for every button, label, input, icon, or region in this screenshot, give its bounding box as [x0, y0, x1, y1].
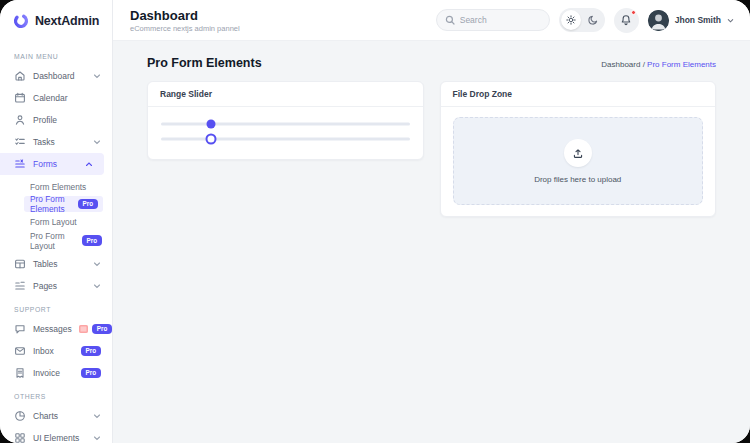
sidebar-item-label: Inbox [33, 346, 54, 356]
range-slider-thumb-ring[interactable] [205, 133, 216, 144]
sidebar-item-label: Calendar [33, 93, 68, 103]
submenu-item-label: Form Elements [30, 182, 86, 192]
file-drop-zone-card-title: File Drop Zone [441, 82, 716, 107]
user-menu[interactable]: Jhon Smith [648, 10, 734, 31]
theme-toggle [559, 8, 605, 32]
submenu-item-label: Pro Form Layout [30, 231, 82, 251]
messages-unread-badge [79, 325, 88, 333]
header-subtitle: eCommerce nextjs admin pannel [130, 24, 240, 33]
breadcrumb: Dashboard / Pro Form Elements [601, 60, 716, 69]
header-titles: Dashboard eCommerce nextjs admin pannel [130, 8, 240, 33]
user-icon [14, 114, 26, 126]
avatar [648, 10, 669, 31]
sidebar-item-label: UI Elements [33, 433, 79, 443]
chevron-up-icon [85, 160, 93, 168]
sidebar-item-label: Tasks [33, 137, 55, 147]
submenu-item-pro-form-elements[interactable]: Pro Form Elements Pro [24, 196, 103, 212]
submenu-item-form-layout[interactable]: Form Layout [0, 212, 112, 231]
file-dropzone[interactable]: Drop files here to upload [453, 117, 704, 205]
grid-icon [14, 432, 26, 443]
chevron-down-icon [93, 72, 101, 80]
pro-badge: Pro [92, 324, 112, 335]
section-label-main-menu: MAIN MENU [0, 53, 112, 60]
moon-icon [588, 15, 598, 25]
range-slider-2[interactable] [161, 131, 410, 146]
checklist-icon [14, 136, 26, 148]
sidebar-item-tables[interactable]: Tables [0, 253, 112, 275]
notifications-button[interactable] [614, 8, 639, 33]
submenu-item-label: Pro Form Elements [30, 194, 78, 214]
pro-badge: Pro [81, 346, 102, 357]
breadcrumb-dashboard-link[interactable]: Dashboard [601, 60, 640, 69]
breadcrumb-current: Pro Form Elements [647, 60, 716, 69]
calendar-icon [14, 92, 26, 104]
sidebar-item-profile[interactable]: Profile [0, 109, 112, 131]
chevron-down-icon [93, 412, 101, 420]
chevron-down-icon [93, 434, 101, 442]
notification-dot [631, 10, 636, 15]
sidebar-item-label: Charts [33, 411, 58, 421]
sidebar-item-label: Profile [33, 115, 57, 125]
sidebar-item-pages[interactable]: Pages [0, 275, 112, 297]
sidebar-item-calendar[interactable]: Calendar [0, 87, 112, 109]
sidebar-item-inbox[interactable]: Inbox Pro [0, 340, 112, 362]
range-slider-card-title: Range Slider [148, 82, 423, 107]
brand-name: NextAdmin [35, 14, 99, 28]
sidebar-nav: MAIN MENU Dashboard Calendar Profile Tas… [0, 41, 112, 443]
chat-icon [14, 323, 26, 335]
top-header: Dashboard eCommerce nextjs admin pannel [113, 0, 750, 41]
slider-track[interactable] [161, 137, 410, 140]
dark-mode-button[interactable] [583, 10, 603, 30]
invoice-icon [14, 367, 26, 379]
form-icon [14, 158, 26, 170]
header-title: Dashboard [130, 8, 240, 23]
sidebar-item-label: Invoice [33, 368, 60, 378]
home-icon [14, 70, 26, 82]
sidebar-item-messages[interactable]: Messages Pro [0, 318, 112, 340]
brand-logo[interactable]: NextAdmin [0, 0, 112, 41]
sidebar-item-forms[interactable]: Forms [0, 153, 104, 175]
chevron-down-icon [93, 138, 101, 146]
pro-badge: Pro [81, 368, 102, 379]
brand-logo-icon [13, 13, 29, 29]
sidebar-item-charts[interactable]: Charts [0, 405, 112, 427]
user-name: Jhon Smith [675, 15, 721, 25]
section-label-support: SUPPORT [0, 306, 112, 313]
sidebar-item-label: Pages [33, 281, 57, 291]
pages-icon [14, 280, 26, 292]
app-window: NextAdmin MAIN MENU Dashboard Calendar P… [0, 0, 750, 443]
search-input[interactable] [460, 15, 541, 25]
slider-track[interactable] [161, 122, 410, 125]
search-icon [445, 15, 455, 25]
page-title: Pro Form Elements [147, 56, 262, 70]
range-slider-card: Range Slider [147, 81, 424, 160]
upload-icon [572, 147, 584, 159]
submenu-item-pro-form-layout[interactable]: Pro Form Layout Pro [0, 231, 112, 250]
main-content: Pro Form Elements Dashboard / Pro Form E… [113, 41, 750, 443]
upload-circle [564, 139, 592, 167]
envelope-icon [14, 345, 26, 357]
sidebar-item-label: Tables [33, 259, 58, 269]
sidebar-item-label: Messages [33, 324, 72, 334]
file-drop-zone-card: File Drop Zone Drop files here to upload [440, 81, 717, 217]
forms-submenu: Form Elements Pro Form Elements Pro Form… [0, 175, 112, 253]
sun-icon [566, 15, 576, 25]
light-mode-button[interactable] [561, 10, 581, 30]
sidebar-item-invoice[interactable]: Invoice Pro [0, 362, 112, 384]
sidebar-item-tasks[interactable]: Tasks [0, 131, 112, 153]
chevron-down-icon [727, 17, 734, 24]
sidebar: NextAdmin MAIN MENU Dashboard Calendar P… [0, 0, 113, 443]
sidebar-item-label: Forms [33, 159, 57, 169]
pro-badge: Pro [78, 199, 99, 210]
table-icon [14, 258, 26, 270]
sidebar-item-dashboard[interactable]: Dashboard [0, 65, 112, 87]
dropzone-text: Drop files here to upload [534, 175, 621, 184]
sidebar-item-ui-elements[interactable]: UI Elements [0, 427, 112, 443]
bell-icon [620, 14, 632, 26]
chevron-down-icon [93, 282, 101, 290]
range-slider-1[interactable] [161, 116, 410, 131]
range-slider-thumb-filled[interactable] [206, 119, 215, 128]
section-label-others: OTHERS [0, 393, 112, 400]
search-box [436, 9, 550, 31]
submenu-item-label: Form Layout [30, 217, 77, 227]
